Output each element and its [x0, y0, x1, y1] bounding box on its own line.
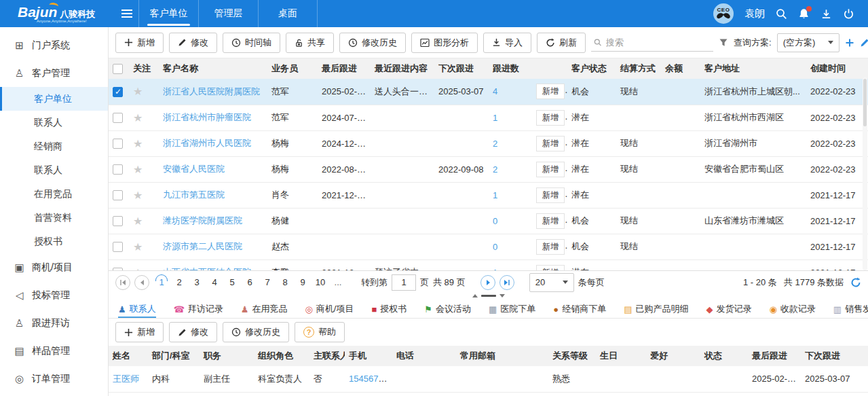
page-number[interactable]: 7: [259, 274, 276, 291]
splitter-handle[interactable]: [472, 294, 505, 298]
follow-count-link[interactable]: 1: [493, 113, 497, 123]
page-number[interactable]: 6: [242, 274, 258, 291]
refresh-button[interactable]: 刷新: [537, 33, 586, 53]
customer-name-link[interactable]: 浙江省湖州市人民医院: [163, 138, 251, 148]
reload-data-icon[interactable]: [850, 277, 861, 288]
customer-name-link[interactable]: 安徽省人民医院: [163, 164, 225, 174]
contact-edit-button[interactable]: 修改: [169, 322, 217, 342]
sidebar-item[interactable]: 授权书: [0, 230, 108, 253]
timeline-button[interactable]: 时间轴: [223, 33, 280, 53]
star-icon[interactable]: [133, 215, 143, 227]
drag-bar-icon[interactable]: [481, 295, 496, 297]
follow-count-link[interactable]: 2: [493, 164, 497, 175]
contact-row[interactable]: 王医师 内科 副主任 科室负责人 否 15456769999 熟悉 2025-0…: [109, 366, 868, 392]
col-last-content[interactable]: 最近跟进内容: [371, 58, 434, 79]
star-icon[interactable]: [133, 190, 143, 201]
sidebar-item[interactable]: 联系人: [0, 111, 108, 134]
prev-page-button[interactable]: [134, 275, 149, 290]
help-button[interactable]: ? 帮助: [295, 322, 345, 342]
customer-row[interactable]: 浙江省杭州市肿瘤医院 范军 2024-07-17 1 新增 潜在 浙江省杭州市西…: [109, 105, 868, 130]
user-name[interactable]: 袁朗: [744, 7, 765, 20]
new-follow-badge[interactable]: 新增: [536, 213, 565, 229]
col-birthday[interactable]: 生日: [596, 346, 646, 366]
star-icon[interactable]: [133, 138, 143, 149]
next-page-button[interactable]: [480, 275, 495, 290]
detail-tab[interactable]: ⚑ 会议活动: [424, 300, 471, 318]
detail-tab[interactable]: ◉ 收款记录: [769, 300, 815, 318]
search-icon[interactable]: [776, 8, 787, 20]
follow-count-link[interactable]: 1: [493, 268, 497, 271]
follow-count-link[interactable]: 2: [493, 139, 497, 149]
col-last-follow[interactable]: 最后跟进: [318, 58, 371, 79]
top-menu-item[interactable]: 桌面: [258, 0, 318, 27]
follow-count-link[interactable]: 4: [493, 86, 497, 96]
customer-row[interactable]: 潍坊医学院附属医院 杨健 0 新增 机会 现结 山东省潍坊市潍城区 2021-1…: [109, 208, 868, 234]
query-plan-select[interactable]: (空方案): [777, 33, 839, 52]
col-relationship[interactable]: 关系等级: [548, 346, 596, 366]
avatar[interactable]: CEO: [713, 3, 734, 24]
star-icon[interactable]: [133, 267, 143, 271]
col-department[interactable]: 部门/科室: [148, 346, 200, 366]
contact-name-link[interactable]: 王医师: [113, 374, 139, 384]
sidebar-item[interactable]: ⊞ 门户系统: [0, 31, 108, 59]
page-number[interactable]: 1: [153, 274, 170, 291]
mobile-link[interactable]: 15456769999: [349, 374, 392, 384]
last-page-button[interactable]: [499, 275, 514, 290]
row-checkbox[interactable]: [113, 268, 123, 270]
edit-button[interactable]: 修改: [169, 33, 217, 53]
customer-name-link[interactable]: 九江市第五医院: [163, 190, 225, 200]
chart-analysis-button[interactable]: 图形分析: [411, 33, 478, 53]
page-number[interactable]: 8: [277, 274, 293, 291]
customer-name-link[interactable]: 浙江省人民医院附属医院: [163, 86, 260, 96]
new-follow-badge[interactable]: 新增: [536, 136, 565, 151]
col-primary-contact[interactable]: 主联系人: [309, 346, 345, 366]
sidebar-item[interactable]: 客户单位: [0, 87, 108, 111]
top-menu-item[interactable]: 客户单位: [138, 0, 198, 27]
row-checkbox[interactable]: [113, 190, 123, 200]
filter-funnel-icon[interactable]: [719, 38, 728, 48]
sidebar-item[interactable]: ◎ 订单管理: [0, 365, 108, 393]
row-checkbox[interactable]: [113, 242, 123, 252]
col-hobby[interactable]: 爱好: [646, 346, 700, 366]
follow-count-link[interactable]: 0: [493, 216, 497, 226]
add-button[interactable]: 新增: [115, 33, 164, 53]
sidebar-item[interactable]: ♙ 客户管理: [0, 59, 108, 87]
star-icon[interactable]: [133, 241, 143, 253]
search-input[interactable]: [606, 37, 711, 48]
first-page-button[interactable]: [115, 275, 130, 290]
menu-toggle-icon[interactable]: [115, 0, 138, 27]
page-number[interactable]: 10: [312, 274, 328, 291]
customer-row[interactable]: 济源市第二人民医院 赵杰 0 新增 机会 现结 2021-12-17: [109, 234, 868, 259]
top-menu-item[interactable]: 管理层: [198, 0, 258, 27]
col-next-follow[interactable]: 下次跟进: [434, 58, 489, 79]
star-icon[interactable]: [133, 86, 143, 97]
detail-tab[interactable]: ♟ 联系人: [118, 300, 156, 318]
col-settlement[interactable]: 结算方式: [616, 58, 661, 79]
col-customer-name[interactable]: 客户名称: [159, 58, 267, 79]
star-icon[interactable]: [133, 112, 143, 124]
sidebar-item[interactable]: ▤ 样品管理: [0, 337, 108, 365]
new-follow-badge[interactable]: 新增: [536, 84, 565, 99]
edit-query-plan-icon[interactable]: [860, 38, 868, 48]
col-email[interactable]: 常用邮箱: [456, 346, 548, 366]
detail-tab[interactable]: ▦ 医院下单: [489, 300, 535, 318]
import-button[interactable]: 导入: [483, 33, 531, 53]
download-icon[interactable]: [820, 8, 832, 20]
col-created[interactable]: 创建时间: [806, 58, 868, 79]
collapse-up-icon[interactable]: [472, 294, 478, 298]
sidebar-item[interactable]: ◁ 投标管理: [0, 281, 108, 309]
edit-history-button[interactable]: 修改历史: [339, 33, 406, 53]
new-follow-badge[interactable]: 新增: [536, 187, 565, 203]
follow-count-link[interactable]: 1: [493, 190, 497, 200]
notifications-bell-icon[interactable]: [798, 8, 810, 20]
page-number[interactable]: 2: [171, 274, 187, 291]
customer-row[interactable]: 山西省中西医结合医院 李鹏 2021-12-17 拜访了省中西医 1 新增 潜在…: [109, 259, 868, 270]
page-number[interactable]: 9: [295, 274, 311, 291]
col-balance[interactable]: 余额: [661, 58, 700, 79]
select-all-checkbox[interactable]: [113, 64, 123, 74]
col-follow-count[interactable]: 跟进数: [489, 58, 532, 79]
col-contact-next-follow[interactable]: 下次跟进: [801, 346, 868, 366]
col-address[interactable]: 客户地址: [700, 58, 806, 79]
detail-tab[interactable]: ♟ 在用竞品: [241, 300, 288, 318]
detail-tab[interactable]: ▥ 销售发票: [833, 300, 868, 318]
